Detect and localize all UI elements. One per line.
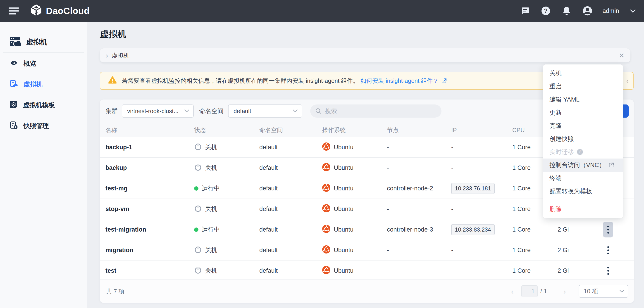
col-header-os: 操作系统 [317,123,382,137]
close-icon[interactable]: ✕ [619,51,624,59]
menu-item[interactable]: 重启 i [543,80,623,93]
col-header-namespace: 命名空间 [254,123,317,137]
cluster-label: 集群 [106,107,118,115]
search-input[interactable] [325,107,430,115]
vm-actions [598,261,634,281]
sidebar-item-snapshots[interactable]: 快照管理 [0,116,87,136]
vm-memory: 2 Gi [552,219,598,240]
help-icon[interactable]: ? [541,6,551,16]
vm-actions [598,240,634,261]
vm-memory: 2 Gi [552,261,598,281]
sidebar-header: 虚拟机 [0,22,87,52]
vm-ip: 10.233.76.181 [446,178,507,199]
running-dot-icon [194,186,198,191]
menu-item[interactable]: 更新 i [543,106,623,119]
chevron-down-icon [619,290,624,293]
vm-namespace: default [254,261,317,281]
message-icon[interactable] [520,6,530,16]
vm-namespace: default [254,178,317,199]
ubuntu-icon [322,184,330,193]
vm-ip: - [446,261,507,281]
menu-item[interactable]: 终端 i [543,172,623,185]
username[interactable]: admin [602,7,619,14]
eye-icon [10,60,18,67]
ubuntu-icon [322,163,330,173]
menu-item[interactable]: 编辑 YAML i [543,93,623,106]
vm-module-icon [10,36,21,49]
power-off-icon [194,204,202,214]
search-box [310,104,442,118]
vm-name: test-mg [100,178,189,199]
ip-badge: - [451,267,453,274]
breadcrumb: › 虚拟机 ✕ [100,48,630,62]
page-input[interactable] [521,285,538,297]
user-chevron-down-icon[interactable] [630,7,636,14]
info-icon: i [577,149,583,155]
vm-node: controller-node-2 [382,178,446,199]
vm-name: backup-1 [100,137,189,158]
brand: DaoCloud [30,4,90,18]
vm-node: - [382,261,446,281]
vm-cpu: 1 Core [507,261,552,281]
svg-text:?: ? [544,7,548,14]
menu-item[interactable]: 关机 i [543,67,623,80]
kebab-menu-icon[interactable] [603,222,613,238]
page-title: 虚拟机 [100,28,126,40]
vm-actions [598,219,634,240]
col-header-ip: IP [446,123,507,137]
page-size-select[interactable]: 10 项 [578,285,628,298]
menu-item[interactable]: 配置转换为模板 i [543,185,623,198]
menu-item[interactable]: 创建快照 i [543,132,623,145]
vm-os: Ubuntu [317,178,382,199]
vm-status: 运行中 [189,178,254,199]
breadcrumb-label[interactable]: 虚拟机 [112,51,130,59]
sidebar-item-vm-template[interactable]: 虚拟机模板 [0,95,87,116]
sidebar-item-overview[interactable]: 概览 [0,53,87,74]
vm-cpu: 1 Core [507,219,552,240]
vm-status: 关机 [189,199,254,219]
brand-name: DaoCloud [46,6,90,16]
table-row: migration 关机 default [100,240,634,261]
filter-bar: 集群 virtnest-rook-clust... 命名空间 default [106,104,442,118]
menu-toggle-icon[interactable] [8,6,20,15]
breadcrumb-chevron-icon[interactable]: › [106,52,108,59]
ip-badge: 10.233.83.234 [451,224,495,235]
cluster-select[interactable]: virtnest-rook-clust... [122,104,194,118]
sidebar-item-vm[interactable]: 虚拟机 [0,74,87,95]
vm-namespace: default [254,137,317,158]
avatar-icon[interactable] [582,6,592,16]
notification-icon[interactable] [562,6,572,16]
col-header-status: 状态 [189,123,254,137]
alert-collapse-icon[interactable]: ‹ [626,77,628,85]
vm-status: 关机 [189,261,254,281]
sidebar-item-label: 虚拟机模板 [23,101,55,109]
vm-node: controller-node-3 [382,219,446,240]
vm-namespace: default [254,219,317,240]
warning-icon [108,76,117,85]
vm-node: - [382,199,446,219]
kebab-menu-icon[interactable] [603,263,613,279]
col-header-name: 名称 [100,123,189,137]
menu-divider [543,200,623,200]
alert-install-link[interactable]: 如何安装 insight-agent 组件？ [360,77,447,85]
kebab-menu-icon[interactable] [603,242,613,258]
vm-memory: 2 Gi [552,240,598,261]
external-link-icon [441,78,447,84]
vm-doc-cloud-icon [10,80,18,89]
external-link-icon [608,162,614,168]
menu-item: 实时迁移 i [543,145,623,159]
namespace-select[interactable]: default [228,104,302,118]
next-page-icon[interactable]: › [564,288,566,295]
ip-badge: - [451,144,453,151]
menu-item[interactable]: 删除 i [543,203,623,216]
table-row: test-migration 运行中 default [100,219,634,240]
vm-os: Ubuntu [317,240,382,261]
sidebar-item-label: 快照管理 [24,122,49,130]
menu-item[interactable]: 控制台访问（VNC） i [543,159,623,172]
ip-badge: - [451,206,453,213]
prev-page-icon[interactable]: ‹ [511,288,514,295]
vm-namespace: default [254,199,317,219]
menu-item[interactable]: 克隆 i [543,119,623,132]
ubuntu-icon [322,225,330,235]
power-off-icon [194,246,202,255]
